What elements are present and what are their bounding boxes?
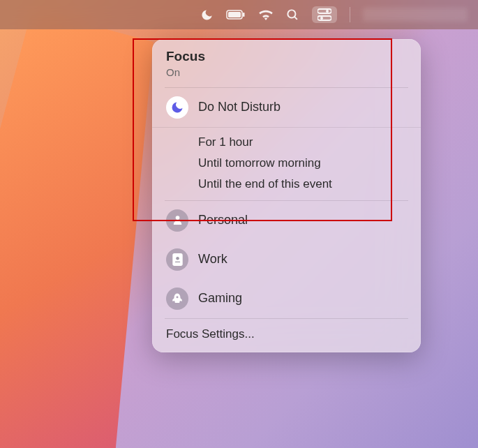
panel-status: On — [166, 66, 407, 79]
panel-header: Focus On — [152, 49, 421, 87]
svg-point-6 — [326, 10, 329, 13]
duration-options: For 1 hour Until tomorrow morning Until … — [152, 128, 421, 200]
gaming-label: Gaming — [198, 291, 242, 306]
svg-rect-7 — [318, 16, 331, 20]
focus-control-panel: Focus On Do Not Disturb For 1 hour Until… — [152, 39, 421, 352]
menubar — [0, 0, 478, 29]
dnd-mode-item[interactable]: Do Not Disturb — [152, 88, 421, 127]
svg-point-8 — [320, 17, 323, 20]
svg-point-11 — [176, 257, 179, 260]
svg-rect-1 — [228, 12, 241, 17]
svg-rect-12 — [174, 261, 179, 262]
svg-rect-5 — [318, 9, 331, 13]
focus-moon-icon[interactable] — [200, 8, 214, 22]
badge-icon — [166, 248, 188, 271]
work-label: Work — [198, 252, 227, 267]
search-icon[interactable] — [286, 8, 299, 22]
gaming-mode-item[interactable]: Gaming — [152, 279, 421, 318]
moon-icon — [166, 96, 188, 119]
personal-mode-item[interactable]: Personal — [152, 201, 421, 240]
duration-option-event-end[interactable]: Until the end of this event — [152, 174, 421, 195]
wifi-icon[interactable] — [258, 9, 274, 20]
person-icon — [166, 209, 188, 232]
personal-label: Personal — [198, 213, 248, 227]
battery-icon[interactable] — [226, 10, 246, 20]
panel-title: Focus — [166, 49, 407, 65]
svg-point-9 — [175, 216, 179, 220]
control-center-icon[interactable] — [312, 6, 337, 23]
rocket-icon — [166, 288, 188, 310]
menubar-separator — [350, 7, 350, 22]
work-mode-item[interactable]: Work — [152, 240, 421, 279]
duration-option-tomorrow[interactable]: Until tomorrow morning — [152, 153, 421, 174]
svg-line-4 — [294, 16, 297, 19]
menubar-datetime-blurred — [363, 8, 468, 22]
svg-point-3 — [287, 10, 295, 17]
duration-option-1hour[interactable]: For 1 hour — [152, 132, 421, 153]
focus-settings-link[interactable]: Focus Settings... — [152, 319, 421, 345]
dnd-label: Do Not Disturb — [198, 100, 281, 114]
svg-rect-2 — [243, 13, 245, 17]
